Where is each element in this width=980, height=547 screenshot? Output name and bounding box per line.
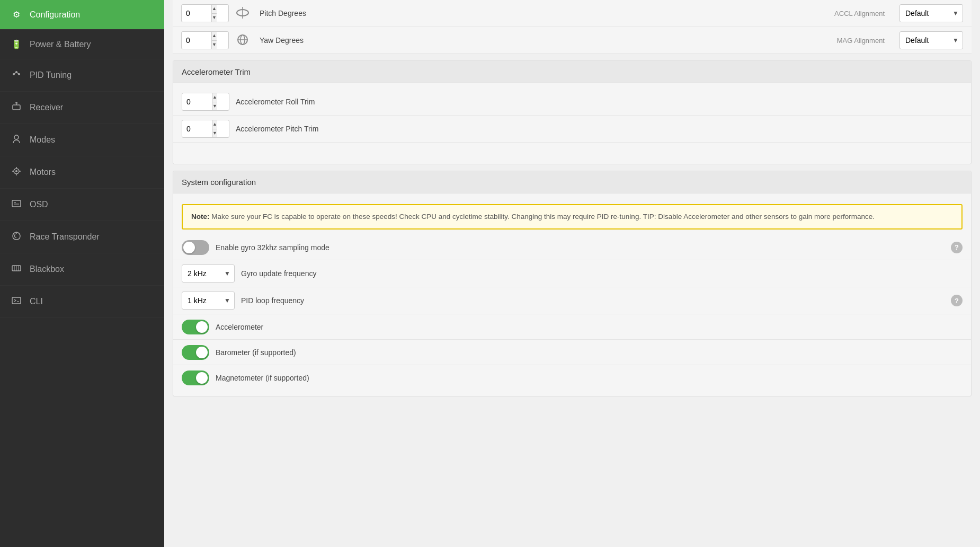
sidebar-item-race-transponder[interactable]: Race Transponder [0,221,164,253]
sidebar-item-label: CLI [30,297,43,306]
accel-trim-section: Accelerometer Trim 0 ▲ ▼ Accelerometer R… [173,60,972,164]
roll-trim-label: Accelerometer Roll Trim [236,98,963,106]
sidebar-item-label: Receiver [30,103,63,112]
motors-icon [11,166,22,179]
yaw-row: 0 ▲ ▼ Yaw Degrees MAG Alignment DefaultC… [173,27,972,54]
pitch-increment-button[interactable]: ▲ [212,5,217,14]
sidebar-item-label: Modes [30,135,55,145]
barometer-row: Barometer (if supported) [173,340,971,365]
yaw-degrees-spinner[interactable]: 0 ▲ ▼ [181,31,229,49]
sidebar-item-label: Motors [30,167,56,177]
magnetometer-row: Magnetometer (if supported) [173,365,971,391]
pitch-trim-label: Accelerometer Pitch Trim [236,125,963,133]
accelerometer-toggle[interactable] [182,320,209,334]
barometer-toggle[interactable] [182,345,209,360]
svg-point-9 [14,135,19,139]
sidebar-item-cli[interactable]: CLI [0,286,164,318]
note-bold: Note: [191,213,210,220]
accelerometer-track[interactable] [182,320,209,334]
sidebar-item-label: Blackbox [30,264,64,274]
pid-frequency-help-icon[interactable]: ? [951,295,963,306]
roll-trim-row: 0 ▲ ▼ Accelerometer Roll Trim [173,89,971,116]
sidebar-item-label: Power & Battery [30,40,91,49]
sidebar-item-power-battery[interactable]: 🔋 Power & Battery [0,30,164,59]
pid-frequency-select[interactable]: 250 Hz500 Hz1 kHz2 kHz4 kHz8 kHz [182,292,235,310]
magnetometer-toggle[interactable] [182,370,209,385]
svg-line-4 [16,72,19,74]
yaw-decrement-button[interactable]: ▼ [212,41,217,49]
pitch-decrement-button[interactable]: ▼ [212,14,217,22]
sidebar-item-label: OSD [30,200,48,209]
sidebar-item-osd[interactable]: OSD [0,189,164,221]
gear-icon: ⚙ [11,10,22,20]
roll-trim-spinner[interactable]: 0 ▲ ▼ [182,93,229,111]
accl-alignment-select-wrap: DefaultCW0°CW90°CW180°CW270° ▼ [899,4,963,22]
gyro-frequency-label: Gyro update frequency [241,269,963,278]
transponder-icon [11,231,22,243]
svg-rect-24 [12,297,21,304]
magnetometer-label: Magnetometer (if supported) [216,374,963,382]
mag-alignment-select[interactable]: DefaultCW0°CW90°CW180°CW270° [899,31,963,49]
yaw-icon [235,32,250,47]
pitch-trim-decrement-button[interactable]: ▼ [212,129,217,138]
alignment-section: 0 ▲ ▼ Pitch Degrees ACCL Alignment Defau… [173,0,972,54]
accl-alignment-select[interactable]: DefaultCW0°CW90°CW180°CW270° [899,4,963,22]
pitch-row: 0 ▲ ▼ Pitch Degrees ACCL Alignment Defau… [173,0,972,27]
barometer-label: Barometer (if supported) [216,348,963,357]
sidebar-item-configuration[interactable]: ⚙ Configuration [0,0,164,30]
gyro-frequency-row: 250 Hz500 Hz1 kHz2 kHz4 kHz8 kHz ▼ Gyro … [173,260,971,287]
note-text: Make sure your FC is capable to operate … [210,213,875,220]
mag-alignment-select-wrap: DefaultCW0°CW90°CW180°CW270° ▼ [899,31,963,49]
gyro-sampling-label: Enable gyro 32khz sampling mode [216,243,945,252]
main-content: 0 ▲ ▼ Pitch Degrees ACCL Alignment Defau… [164,0,980,547]
pitch-degrees-label: Pitch Degrees [260,9,828,17]
pid-icon [11,69,22,82]
svg-line-3 [14,72,16,74]
system-config-header: System configuration [173,171,971,193]
pitch-trim-spinner-buttons: ▲ ▼ [212,120,217,137]
svg-point-11 [15,170,17,172]
pitch-trim-spinner[interactable]: 0 ▲ ▼ [182,120,229,138]
magnetometer-track[interactable] [182,370,209,385]
barometer-track[interactable] [182,345,209,360]
yaw-degrees-input[interactable]: 0 [182,32,211,49]
gyro-sampling-row: Enable gyro 32khz sampling mode ? [173,235,971,260]
gyro-sampling-help-icon[interactable]: ? [951,242,963,253]
pitch-trim-input[interactable]: 0 [182,120,212,137]
sidebar-item-pid-tuning[interactable]: PID Tuning [0,59,164,92]
gyro-sampling-track[interactable] [182,240,209,255]
blackbox-icon [11,263,22,276]
cli-icon [11,295,22,308]
system-config-body: Note: Make sure your FC is capable to op… [173,193,971,396]
gyro-frequency-select[interactable]: 250 Hz500 Hz1 kHz2 kHz4 kHz8 kHz [182,264,235,283]
gyro-sampling-toggle[interactable] [182,240,209,255]
yaw-increment-button[interactable]: ▲ [212,32,217,41]
roll-trim-increment-button[interactable]: ▲ [212,93,217,102]
sidebar-item-label: Configuration [30,10,80,20]
sidebar-item-modes[interactable]: Modes [0,124,164,156]
receiver-icon [11,101,22,114]
accel-trim-header: Accelerometer Trim [173,61,971,83]
sidebar-item-blackbox[interactable]: Blackbox [0,253,164,286]
pitch-trim-row: 0 ▲ ▼ Accelerometer Pitch Trim [173,116,971,143]
accelerometer-row: Accelerometer [173,314,971,340]
sidebar-item-label: Race Transponder [30,232,100,242]
pid-frequency-label: PID loop frequency [241,296,945,305]
pitch-degrees-spinner[interactable]: 0 ▲ ▼ [181,4,229,22]
gyro-frequency-select-wrap: 250 Hz500 Hz1 kHz2 kHz4 kHz8 kHz ▼ [182,264,235,283]
pitch-degrees-input[interactable]: 0 [182,5,211,22]
sidebar-item-receiver[interactable]: Receiver [0,92,164,124]
accelerometer-thumb [196,321,208,333]
sidebar-item-motors[interactable]: Motors [0,156,164,189]
roll-trim-decrement-button[interactable]: ▼ [212,102,217,111]
pitch-trim-increment-button[interactable]: ▲ [212,120,217,129]
accl-alignment-label: ACCL Alignment [834,10,885,17]
sidebar-item-label: PID Tuning [30,70,72,80]
magnetometer-thumb [196,372,208,384]
roll-trim-spinner-buttons: ▲ ▼ [212,93,217,110]
roll-trim-input[interactable]: 0 [182,93,212,110]
accel-trim-body: 0 ▲ ▼ Accelerometer Roll Trim 0 ▲ ▼ Acce… [173,83,971,164]
barometer-thumb [196,347,208,358]
mag-alignment-label: MAG Alignment [837,37,885,45]
pitch-icon [235,5,250,20]
